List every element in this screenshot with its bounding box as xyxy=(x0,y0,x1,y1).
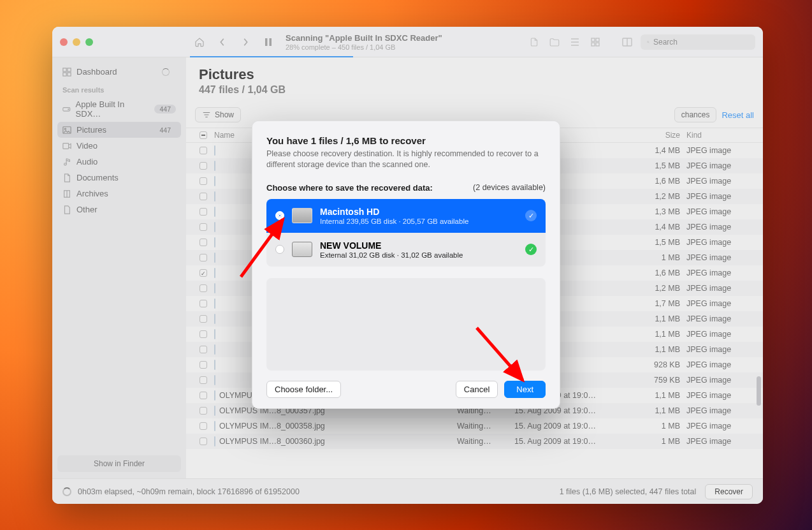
file-type-icon xyxy=(214,145,215,156)
sidebar-item-label: Documents xyxy=(76,173,119,182)
file-type-icon xyxy=(214,344,215,355)
scanning-title: Scanning "Apple Built In SDXC Reader" xyxy=(286,33,527,43)
select-all-checkbox[interactable] xyxy=(199,131,207,139)
page-subtitle: 447 files / 1,04 GB xyxy=(199,84,750,96)
sidebar-dashboard-label: Dashboard xyxy=(76,67,117,77)
row-checkbox[interactable] xyxy=(199,269,207,277)
row-checkbox[interactable] xyxy=(199,392,207,399)
folder-icon[interactable] xyxy=(547,35,562,49)
cell-size: 1,4 MB xyxy=(629,223,686,232)
file-type-icon xyxy=(214,237,215,247)
row-checkbox[interactable] xyxy=(199,177,207,185)
svg-line-12 xyxy=(649,42,649,43)
device-radio[interactable] xyxy=(275,245,284,254)
row-checkbox[interactable] xyxy=(199,284,207,292)
device-radio[interactable] xyxy=(275,211,284,220)
home-button[interactable] xyxy=(192,35,207,49)
svg-point-20 xyxy=(64,128,66,129)
sidebar-item-device[interactable]: Apple Built In SDX… 447 xyxy=(57,96,181,122)
recover-button[interactable]: Recover xyxy=(705,484,753,499)
device-option-macintosh-hd[interactable]: Macintosh HD Internal 239,85 GB disk · 2… xyxy=(266,199,546,233)
cell-kind: JPEG image xyxy=(686,223,757,232)
list-view-icon[interactable] xyxy=(568,35,582,49)
row-checkbox[interactable] xyxy=(199,315,207,323)
show-filter-chip[interactable]: Show xyxy=(195,107,241,122)
window-mode-icon[interactable] xyxy=(620,35,634,49)
row-checkbox[interactable] xyxy=(199,254,207,261)
next-button[interactable]: Next xyxy=(504,381,546,398)
cell-kind: JPEG image xyxy=(686,177,757,186)
row-checkbox[interactable] xyxy=(199,376,207,384)
file-type-icon xyxy=(214,298,215,309)
cell-name: OLYMPUS IM…8_000360.jpg xyxy=(214,437,457,446)
sidebar-item-pictures[interactable]: Pictures 447 xyxy=(57,122,181,138)
modal-description: Please choose recovery destination. It i… xyxy=(266,149,546,170)
search-input[interactable] xyxy=(653,38,749,47)
col-size[interactable]: Size xyxy=(629,131,686,140)
row-checkbox[interactable] xyxy=(199,193,207,200)
device-option-new-volume[interactable]: NEW VOLUME External 31,02 GB disk · 31,0… xyxy=(266,233,546,267)
search-field[interactable] xyxy=(641,34,755,50)
toolbar-title: Scanning "Apple Built In SDXC Reader" 28… xyxy=(286,33,527,51)
file-type-icon xyxy=(214,268,215,278)
sidebar-item-archives[interactable]: Archives xyxy=(57,186,181,202)
sidebar-item-other[interactable]: Other xyxy=(57,202,181,217)
scrollbar-thumb[interactable] xyxy=(757,376,761,406)
sidebar-item-documents[interactable]: Documents xyxy=(57,170,181,186)
other-icon xyxy=(62,205,71,214)
row-checkbox[interactable] xyxy=(199,422,207,430)
cancel-button[interactable]: Cancel xyxy=(456,381,498,398)
filter-icon xyxy=(202,111,211,119)
device-name: NEW VOLUME xyxy=(320,240,518,251)
reset-all-link[interactable]: Reset all xyxy=(721,110,754,120)
col-kind[interactable]: Kind xyxy=(686,131,757,140)
device-detail: External 31,02 GB disk · 31,02 GB availa… xyxy=(320,251,518,259)
sidebar-item-count: 447 xyxy=(154,126,176,135)
row-checkbox[interactable] xyxy=(199,208,207,216)
svg-rect-13 xyxy=(63,68,66,71)
choose-folder-button[interactable]: Choose folder... xyxy=(266,381,341,398)
svg-rect-5 xyxy=(591,38,595,41)
row-checkbox[interactable] xyxy=(199,407,207,415)
row-checkbox[interactable] xyxy=(199,330,207,338)
status-right: 1 files (1,6 MB) selected, 447 files tot… xyxy=(560,487,697,496)
scanning-progress-text: 28% complete – 450 files / 1,04 GB xyxy=(286,43,527,51)
cell-size: 1,1 MB xyxy=(629,391,686,400)
row-checkbox[interactable] xyxy=(199,147,207,154)
back-button[interactable] xyxy=(215,35,229,49)
pause-scan-button[interactable] xyxy=(261,35,275,49)
cell-kind: JPEG image xyxy=(686,238,757,247)
file-type-icon xyxy=(214,207,215,217)
toolbar-nav xyxy=(192,35,275,49)
row-checkbox[interactable] xyxy=(199,162,207,170)
chances-filter-chip[interactable]: chances xyxy=(674,107,717,122)
table-row[interactable]: OLYMPUS IM…8_000358.jpgWaiting…15. Aug 2… xyxy=(186,418,763,434)
row-checkbox[interactable] xyxy=(199,223,207,231)
svg-rect-1 xyxy=(270,38,272,46)
window-zoom-button[interactable] xyxy=(85,38,93,46)
cell-size: 1,5 MB xyxy=(629,238,686,247)
scan-progress-bar xyxy=(190,56,353,57)
window-close-button[interactable] xyxy=(60,38,68,46)
sidebar-item-audio[interactable]: Audio xyxy=(57,154,181,170)
row-checkbox[interactable] xyxy=(199,361,207,369)
row-checkbox[interactable] xyxy=(199,346,207,353)
grid-view-icon[interactable] xyxy=(588,35,602,49)
traffic-lights xyxy=(60,38,93,46)
row-checkbox[interactable] xyxy=(199,239,207,246)
cell-size: 1,1 MB xyxy=(629,330,686,339)
internal-disk-icon xyxy=(292,208,312,223)
sidebar-dashboard[interactable]: Dashboard xyxy=(57,64,181,80)
table-row[interactable]: OLYMPUS IM…8_000360.jpgWaiting…15. Aug 2… xyxy=(186,434,763,449)
row-checkbox[interactable] xyxy=(199,300,207,307)
show-in-finder-button[interactable]: Show in Finder xyxy=(57,455,181,472)
forward-button[interactable] xyxy=(238,35,252,49)
svg-point-11 xyxy=(648,41,649,42)
cell-size: 759 KB xyxy=(629,376,686,385)
window-minimize-button[interactable] xyxy=(73,38,80,46)
file-type-icon xyxy=(214,406,215,416)
sidebar-item-video[interactable]: Video xyxy=(57,138,181,154)
row-checkbox[interactable] xyxy=(199,438,207,445)
file-type-icon xyxy=(214,161,215,171)
new-file-icon[interactable] xyxy=(527,35,541,49)
